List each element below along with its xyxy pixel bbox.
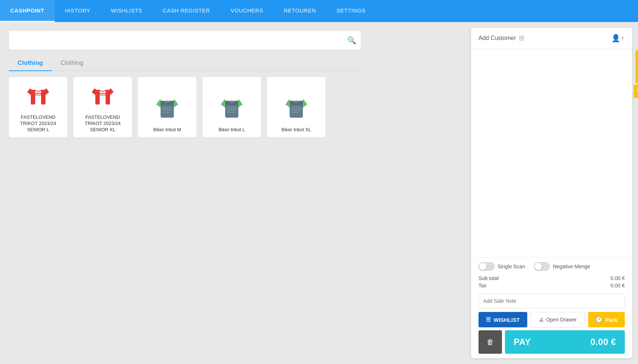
nav-cashpoint[interactable]: CASHPOINT: [0, 0, 55, 22]
nav-vouchers[interactable]: VOUCHERS: [220, 0, 274, 22]
svg-rect-31: [290, 101, 303, 105]
svg-rect-33: [291, 110, 301, 111]
negative-menge-toggle[interactable]: [534, 262, 550, 271]
park-label: Park: [605, 317, 617, 323]
single-scan-toggle[interactable]: [478, 262, 495, 271]
svg-rect-20: [162, 112, 169, 113]
svg-rect-26: [227, 110, 237, 111]
negative-menge-group: Negative Menge: [534, 262, 590, 271]
pay-label: PAY: [514, 337, 531, 347]
tab-clothing-2[interactable]: Clothing: [52, 56, 92, 70]
subtotal-label: Sub total: [478, 275, 499, 281]
pay-row: 🗑 PAY 0.00 €: [478, 330, 625, 354]
product-name-1: FASTELOVEND TRIKOT 2023/24 SENIOR XL: [78, 114, 128, 133]
product-card-0[interactable]: REWE FASTELOVEND TRIKOT 2023/24 SENIOR L: [9, 77, 67, 137]
product-card-4[interactable]: Biker trikot XL: [267, 77, 326, 137]
customer-label: Add Customer: [478, 35, 516, 41]
svg-rect-3: [31, 90, 35, 104]
right-panel: PARKED 🕐 Add Customer ⊞ 👤+ Single S: [471, 28, 632, 358]
svg-rect-19: [162, 110, 172, 111]
open-drawer-button[interactable]: 🖨 Open Drawer: [530, 312, 586, 327]
svg-rect-17: [161, 101, 174, 105]
product-image-1: REWE: [88, 81, 117, 111]
parked-clock-icon[interactable]: 🕐: [634, 85, 638, 98]
toggles-row: Single Scan Negative Menge: [478, 262, 625, 271]
search-input[interactable]: Iphone: [13, 36, 347, 45]
svg-text:REWE: REWE: [100, 93, 106, 96]
svg-text:REWE: REWE: [36, 93, 41, 96]
svg-rect-10: [95, 90, 100, 104]
subtotal-value: 0.00 €: [610, 275, 625, 281]
pay-amount: 0.00 €: [590, 337, 616, 347]
product-card-3[interactable]: Biker trikot L: [202, 77, 261, 137]
park-icon: 🕐: [595, 316, 602, 323]
product-image-4: [282, 94, 311, 123]
barcode-icon: ⊞: [519, 34, 524, 42]
product-image-2: [153, 94, 182, 123]
svg-rect-25: [227, 107, 237, 109]
wishlist-icon: ☰: [486, 316, 491, 323]
single-scan-label: Single Scan: [498, 264, 525, 269]
search-icon[interactable]: 🔍: [347, 36, 356, 45]
cart-area: [471, 49, 632, 257]
svg-rect-27: [227, 112, 234, 113]
tax-value: 0.00 €: [610, 283, 625, 288]
product-image-0: REWE: [23, 81, 53, 111]
add-person-icon[interactable]: 👤+: [611, 34, 625, 43]
product-card-1[interactable]: REWE FASTELOVEND TRIKOT 2023/24 SENIOR X…: [73, 77, 132, 137]
negative-menge-label: Negative Menge: [553, 264, 590, 269]
subtotal-row: Sub total 0.00 €: [478, 275, 625, 281]
wishlist-button[interactable]: ☰ WISHLIST: [478, 312, 527, 327]
nav-cash-register[interactable]: CASH REGISTER: [153, 0, 220, 22]
product-name-2: Biker trikot M: [153, 127, 181, 133]
negative-menge-knob: [535, 263, 542, 270]
wishlist-label: WISHLIST: [494, 317, 520, 323]
nav-wishlists[interactable]: WISHLISTS: [100, 0, 152, 22]
open-drawer-label: Open Drawer: [546, 317, 576, 323]
single-scan-group: Single Scan: [478, 262, 525, 271]
trash-icon: 🗑: [487, 338, 494, 346]
navigation: CASHPOINT HISTORY WISHLISTS CASH REGISTE…: [0, 0, 638, 22]
nav-settings[interactable]: SETTINGS: [326, 0, 376, 22]
action-buttons-row: ☰ WISHLIST 🖨 Open Drawer 🕐 Park: [478, 312, 625, 327]
customer-actions: 👤+: [611, 34, 625, 43]
parked-tab[interactable]: PARKED: [635, 50, 638, 84]
park-button[interactable]: 🕐 Park: [588, 312, 625, 327]
category-tabs: Clothing Clothing: [9, 56, 361, 71]
main-layout: Iphone 🔍 Clothing Clothing: [0, 22, 638, 364]
product-card-2[interactable]: Biker trikot M: [138, 77, 197, 137]
svg-rect-4: [41, 90, 45, 104]
svg-rect-11: [106, 90, 110, 104]
left-panel: Iphone 🔍 Clothing Clothing: [0, 22, 471, 364]
product-name-0: FASTELOVEND TRIKOT 2023/24 SENIOR L: [13, 114, 63, 133]
single-scan-knob: [479, 263, 487, 270]
tab-clothing-1[interactable]: Clothing: [9, 56, 52, 70]
product-image-3: [217, 94, 246, 123]
tax-row: Tax 0.00 €: [478, 283, 625, 288]
nav-retouren[interactable]: RETOUREN: [274, 0, 326, 22]
nav-history[interactable]: HISTORY: [55, 0, 101, 22]
sale-note-input[interactable]: [478, 294, 625, 308]
delete-button[interactable]: 🗑: [478, 330, 502, 354]
search-bar-container: Iphone 🔍: [9, 31, 361, 50]
products-grid: REWE FASTELOVEND TRIKOT 2023/24 SENIOR L: [9, 77, 361, 137]
tax-label: Tax: [478, 283, 487, 288]
product-name-4: Biker trikot XL: [282, 127, 311, 133]
drawer-icon: 🖨: [539, 317, 544, 323]
pay-button[interactable]: PAY 0.00 €: [505, 330, 625, 354]
svg-rect-34: [291, 112, 298, 113]
customer-header: Add Customer ⊞ 👤+: [471, 28, 632, 49]
bottom-section: Single Scan Negative Menge Sub total 0.0…: [471, 257, 632, 358]
svg-rect-32: [291, 107, 301, 109]
add-customer-button[interactable]: Add Customer ⊞: [478, 34, 524, 42]
svg-rect-24: [225, 101, 238, 105]
product-name-3: Biker trikot L: [219, 127, 245, 133]
svg-rect-18: [162, 107, 172, 109]
